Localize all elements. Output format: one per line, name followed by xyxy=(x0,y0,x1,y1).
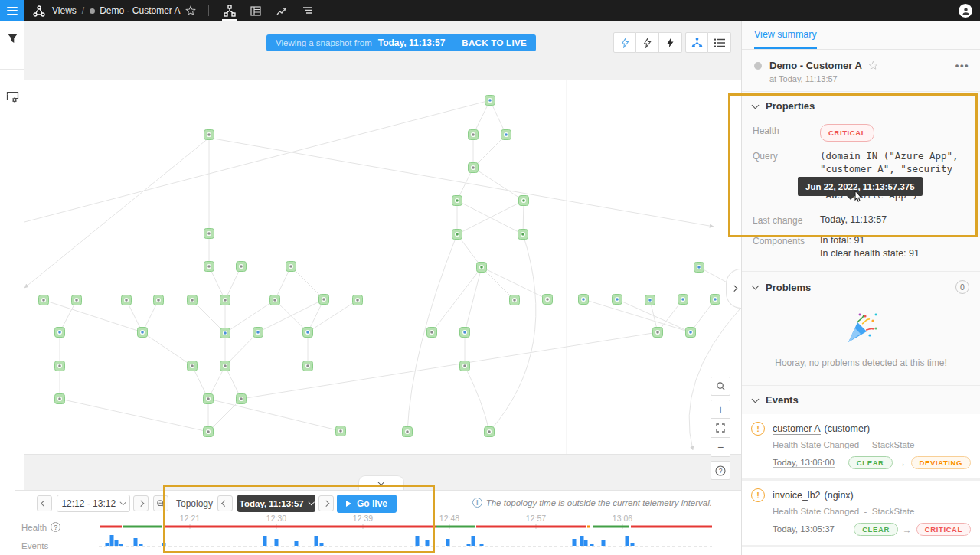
topology-node[interactable] xyxy=(270,295,280,305)
event-bar[interactable] xyxy=(162,543,166,546)
timeline-collapse-tab[interactable] xyxy=(358,475,404,490)
topology-node[interactable] xyxy=(686,328,696,338)
event-bar[interactable] xyxy=(119,544,123,546)
layout-list-button[interactable] xyxy=(708,32,731,53)
back-to-live-button[interactable]: BACK TO LIVE xyxy=(462,38,527,47)
topology-node[interactable] xyxy=(303,328,313,338)
event-card[interactable]: !customer A(customer)Health State Change… xyxy=(742,414,980,478)
topology-node[interactable] xyxy=(220,328,230,338)
topology-node[interactable] xyxy=(543,295,553,305)
topology-node[interactable] xyxy=(460,328,470,338)
topology-node[interactable] xyxy=(612,295,622,305)
event-bar[interactable] xyxy=(320,543,324,546)
snapshot-banner-time[interactable]: Today, 11:13:57 xyxy=(378,38,446,48)
health-segment[interactable] xyxy=(123,526,162,528)
timeline-chart[interactable]: 12:2112:3012:3912:4812:5713:06 xyxy=(15,491,741,555)
events-filter-button[interactable] xyxy=(636,32,659,53)
topology-node[interactable] xyxy=(694,263,704,273)
topology-node[interactable] xyxy=(485,96,495,106)
tab-view-summary[interactable]: View summary xyxy=(754,29,817,49)
topology-node[interactable] xyxy=(303,361,313,371)
topology-node[interactable] xyxy=(353,295,363,305)
help-button[interactable]: ? xyxy=(710,461,730,480)
topology-node[interactable] xyxy=(204,427,214,437)
event-bar[interactable] xyxy=(580,536,584,546)
event-bar[interactable] xyxy=(631,543,635,546)
topology-node[interactable] xyxy=(154,295,164,305)
event-bar[interactable] xyxy=(110,535,114,546)
topology-node[interactable] xyxy=(55,328,65,338)
topology-node[interactable] xyxy=(518,230,528,240)
event-bar[interactable] xyxy=(275,539,279,546)
breadcrumb-views[interactable]: Views xyxy=(52,5,77,16)
event-time-link[interactable]: Today, 13:06:00 xyxy=(773,458,835,468)
topology-node[interactable] xyxy=(204,229,214,239)
event-time-link[interactable]: Today, 13:05:37 xyxy=(773,524,835,534)
topology-node[interactable] xyxy=(678,295,688,305)
filter-button[interactable] xyxy=(0,21,24,55)
topology-node[interactable] xyxy=(122,295,132,305)
zoom-out-button[interactable]: − xyxy=(710,438,730,457)
health-segment[interactable] xyxy=(476,526,586,528)
topology-node[interactable] xyxy=(286,262,296,272)
event-bar[interactable] xyxy=(467,544,471,546)
event-card[interactable]: !invoice_lb2(nginx)Health State Changed … xyxy=(742,481,980,545)
event-bar[interactable] xyxy=(480,544,484,546)
search-components-button[interactable] xyxy=(710,377,730,396)
component-settings-button[interactable] xyxy=(0,80,24,114)
topology-node[interactable] xyxy=(72,295,82,305)
topology-node[interactable] xyxy=(204,394,214,404)
problems-filter-button[interactable] xyxy=(613,32,636,53)
topology-node[interactable] xyxy=(452,230,462,240)
event-bar[interactable] xyxy=(584,540,588,546)
topology-node[interactable] xyxy=(710,295,720,305)
event-bar[interactable] xyxy=(315,536,318,546)
last-change-value[interactable]: Today, 11:13:57 xyxy=(820,214,887,227)
event-card[interactable]: !invoice_lb1(nginx)Health State Changed … xyxy=(742,547,980,555)
layout-topology-button[interactable] xyxy=(685,32,708,53)
topology-node[interactable] xyxy=(653,328,663,338)
topology-node[interactable] xyxy=(55,394,65,404)
event-bar[interactable] xyxy=(416,536,420,546)
view-mode-telemetry-icon[interactable] xyxy=(269,0,295,21)
event-bar[interactable] xyxy=(472,536,475,546)
topology-node[interactable] xyxy=(55,361,65,371)
topology-node[interactable] xyxy=(319,295,329,305)
topology-node[interactable] xyxy=(452,196,462,206)
event-bar[interactable] xyxy=(139,544,143,546)
topology-node[interactable] xyxy=(237,262,247,272)
health-segment[interactable] xyxy=(164,526,436,528)
topology-node[interactable] xyxy=(645,295,655,305)
event-bar[interactable] xyxy=(263,536,267,546)
topology-node[interactable] xyxy=(427,328,437,338)
event-bar[interactable] xyxy=(602,540,606,546)
topology-node[interactable] xyxy=(469,130,479,140)
event-bar[interactable] xyxy=(626,536,629,546)
topology-node[interactable] xyxy=(220,295,230,305)
alerts-filter-button[interactable] xyxy=(659,32,682,53)
properties-header[interactable]: Properties xyxy=(742,92,980,120)
topology-node[interactable] xyxy=(510,295,520,305)
problems-header[interactable]: Problems 0 xyxy=(742,272,980,302)
topology-node[interactable] xyxy=(204,262,214,272)
view-mode-events-icon[interactable] xyxy=(295,0,321,21)
topology-node[interactable] xyxy=(188,361,198,371)
event-bar[interactable] xyxy=(426,540,430,546)
menu-button[interactable] xyxy=(0,0,24,21)
topology-graph[interactable] xyxy=(24,21,741,454)
topology-node[interactable] xyxy=(460,361,470,371)
event-bar[interactable] xyxy=(573,539,577,546)
breadcrumb-view-title[interactable]: Demo - Customer A xyxy=(100,5,180,16)
topology-node[interactable] xyxy=(237,394,247,404)
favorite-star-icon[interactable] xyxy=(868,60,878,70)
health-segment[interactable] xyxy=(436,526,475,528)
view-mode-topology-icon[interactable] xyxy=(217,0,243,21)
event-component-link[interactable]: invoice_lb2 xyxy=(773,490,821,501)
topology-node[interactable] xyxy=(253,328,263,338)
event-bar[interactable] xyxy=(106,543,109,546)
topology-node[interactable] xyxy=(403,427,413,437)
fit-to-screen-button[interactable] xyxy=(710,419,730,438)
topology-node[interactable] xyxy=(188,295,198,305)
view-mode-table-icon[interactable] xyxy=(243,0,269,21)
topology-node[interactable] xyxy=(204,130,214,140)
